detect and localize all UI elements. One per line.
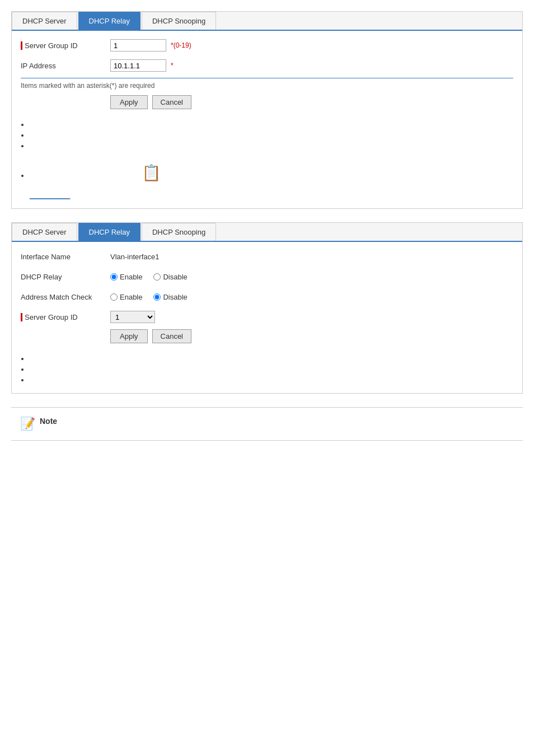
tab-dhcp-relay-2[interactable]: DHCP Relay bbox=[78, 223, 140, 241]
server-group-input[interactable] bbox=[110, 39, 166, 52]
address-match-row: Address Match Check Enable Disable bbox=[21, 289, 513, 305]
dhcp-relay-row: DHCP Relay Enable Disable bbox=[21, 269, 513, 284]
interface-name-value: Vlan-interface1 bbox=[110, 253, 159, 261]
server-group-label: Server Group ID bbox=[21, 41, 110, 50]
interface-name-row: Interface Name Vlan-interface1 bbox=[21, 249, 513, 264]
copy-icon[interactable]: 📋 bbox=[142, 164, 161, 181]
dhcp-relay-radio-group: Enable Disable bbox=[110, 273, 199, 281]
server-group-row: Server Group ID *(0-19) bbox=[21, 38, 513, 53]
bullet-item bbox=[30, 120, 513, 129]
required-note-1: Items marked with an asterisk(*) are req… bbox=[21, 78, 513, 90]
tab-dhcp-server-1[interactable]: DHCP Server bbox=[12, 12, 77, 30]
panel2: DHCP Server DHCP Relay DHCP Snooping Int… bbox=[11, 222, 523, 394]
interface-name-label: Interface Name bbox=[21, 253, 110, 261]
tab-dhcp-snooping-1[interactable]: DHCP Snooping bbox=[142, 12, 216, 30]
server-group-id-row-2: Server Group ID 1 2 3 bbox=[21, 309, 513, 325]
tab-dhcp-server-2[interactable]: DHCP Server bbox=[12, 223, 77, 241]
dhcp-relay-disable-radio[interactable] bbox=[153, 273, 161, 281]
address-match-radio-group: Enable Disable bbox=[110, 293, 199, 301]
dhcp-relay-disable-text: Disable bbox=[163, 273, 187, 281]
server-group-id-label-2: Server Group ID bbox=[21, 313, 110, 321]
address-match-enable-text: Enable bbox=[120, 293, 142, 301]
button-row-1: Apply Cancel bbox=[110, 95, 513, 109]
server-group-hint: *(0-19) bbox=[171, 41, 191, 49]
address-match-enable-radio[interactable] bbox=[110, 293, 118, 301]
dhcp-relay-label: DHCP Relay bbox=[21, 273, 110, 281]
panel1: DHCP Server DHCP Relay DHCP Snooping Ser… bbox=[11, 11, 523, 209]
dhcp-relay-disable-label[interactable]: Disable bbox=[153, 273, 187, 281]
cancel-button-2[interactable]: Cancel bbox=[152, 329, 191, 343]
ip-address-hint: * bbox=[171, 62, 174, 69]
address-match-label: Address Match Check bbox=[21, 293, 110, 301]
bullet-list-1 bbox=[12, 116, 522, 159]
address-match-enable-label[interactable]: Enable bbox=[110, 293, 142, 301]
icon-section-1: 📋 bbox=[12, 159, 522, 191]
bullet-item bbox=[30, 131, 513, 139]
form-area-2: Interface Name Vlan-interface1 DHCP Rela… bbox=[12, 242, 522, 350]
link-area-1: __________ bbox=[12, 191, 522, 208]
bullet-item-icon: 📋 bbox=[30, 164, 161, 182]
bullet-item bbox=[30, 354, 513, 363]
cancel-button-1[interactable]: Cancel bbox=[152, 95, 191, 109]
server-group-id-select[interactable]: 1 2 3 bbox=[110, 311, 155, 323]
dhcp-relay-enable-text: Enable bbox=[120, 273, 142, 281]
note-label: Note bbox=[40, 417, 57, 426]
ip-address-row: IP Address * bbox=[21, 58, 513, 73]
tab-dhcp-snooping-2[interactable]: DHCP Snooping bbox=[142, 223, 216, 241]
address-match-disable-radio[interactable] bbox=[153, 293, 161, 301]
address-match-disable-text: Disable bbox=[163, 293, 187, 301]
tab-bar-2: DHCP Server DHCP Relay DHCP Snooping bbox=[12, 223, 522, 242]
bullet-item bbox=[30, 365, 513, 374]
bullet-list-2 bbox=[12, 350, 522, 393]
address-match-disable-label[interactable]: Disable bbox=[153, 293, 187, 301]
ip-address-input[interactable] bbox=[110, 59, 166, 72]
note-section: 📝 Note bbox=[11, 407, 523, 441]
ip-address-label: IP Address bbox=[21, 62, 110, 70]
form-area-1: Server Group ID *(0-19) IP Address * Ite… bbox=[12, 31, 522, 116]
bullet-item bbox=[30, 376, 513, 384]
note-icon: 📝 bbox=[20, 417, 35, 431]
button-row-2: Apply Cancel bbox=[110, 329, 513, 343]
link-text-1[interactable]: __________ bbox=[30, 191, 70, 199]
tab-bar-1: DHCP Server DHCP Relay DHCP Snooping bbox=[12, 12, 522, 31]
dhcp-relay-enable-radio[interactable] bbox=[110, 273, 118, 281]
tab-dhcp-relay-1[interactable]: DHCP Relay bbox=[78, 12, 140, 30]
dhcp-relay-enable-label[interactable]: Enable bbox=[110, 273, 142, 281]
apply-button-1[interactable]: Apply bbox=[110, 95, 148, 109]
bullet-item bbox=[30, 142, 513, 150]
apply-button-2[interactable]: Apply bbox=[110, 329, 148, 343]
